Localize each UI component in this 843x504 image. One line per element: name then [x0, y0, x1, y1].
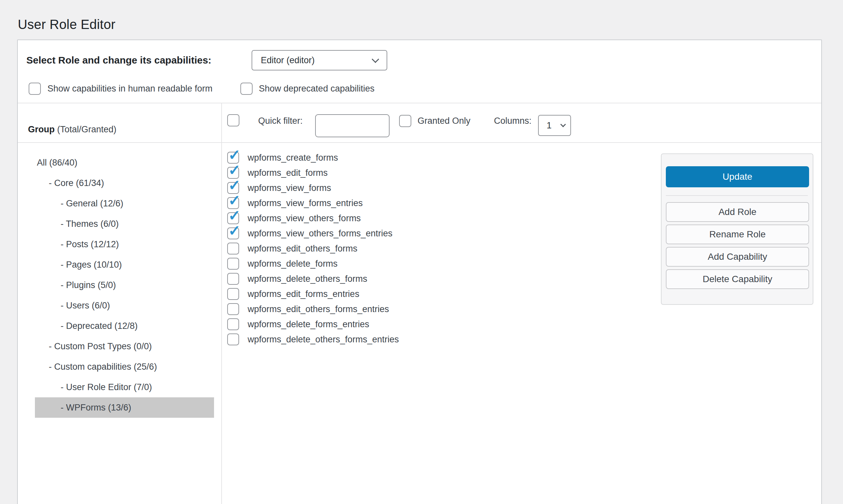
- group-item[interactable]: - Core (61/34): [18, 173, 221, 193]
- group-item[interactable]: - Users (6/0): [18, 295, 221, 316]
- capability-label: wpforms_view_forms_entries: [248, 198, 363, 209]
- page-title: User Role Editor: [18, 17, 115, 32]
- group-header: Group (Total/Granted): [28, 123, 116, 136]
- capability-row: wpforms_delete_forms: [227, 256, 399, 271]
- quick-filter-input[interactable]: [315, 114, 390, 137]
- columns-label: Columns:: [494, 115, 532, 127]
- group-item-label: - Users (6/0): [60, 301, 110, 311]
- group-header-rest: (Total/Granted): [55, 124, 116, 134]
- columns-select[interactable]: 1: [538, 115, 571, 136]
- deprecated-checkbox[interactable]: [240, 83, 253, 95]
- capability-label: wpforms_delete_others_forms: [248, 274, 367, 284]
- capability-row: wpforms_edit_others_forms: [227, 241, 399, 256]
- capability-label: wpforms_view_forms: [248, 183, 331, 193]
- group-item-label: - User Role Editor (7/0): [60, 382, 152, 392]
- group-item[interactable]: - Deprecated (12/8): [18, 316, 221, 336]
- capability-label: wpforms_delete_forms: [248, 259, 338, 269]
- capability-checkbox[interactable]: [227, 303, 239, 315]
- capability-label: wpforms_create_forms: [248, 153, 338, 163]
- divider: [666, 195, 808, 196]
- group-item[interactable]: - Custom Post Types (0/0): [18, 336, 221, 357]
- capability-row: wpforms_edit_others_forms_entries: [227, 302, 399, 317]
- divider: [18, 103, 821, 103]
- capability-label: wpforms_delete_forms_entries: [248, 319, 369, 329]
- capability-label: wpforms_edit_others_forms: [248, 244, 357, 254]
- group-item-label: - General (12/6): [60, 198, 124, 209]
- divider: [18, 142, 821, 143]
- group-item-label: - Plugins (5/0): [60, 280, 116, 290]
- group-item[interactable]: - WPForms (13/6): [18, 397, 221, 418]
- capability-row: wpforms_delete_others_forms: [227, 271, 399, 286]
- granted-only-checkbox[interactable]: [399, 115, 411, 127]
- capability-row: wpforms_view_others_forms: [227, 211, 399, 226]
- group-item-label: - Core (61/34): [49, 178, 104, 188]
- capability-row: wpforms_delete_others_forms_entries: [227, 332, 399, 347]
- capability-row: wpforms_create_forms: [227, 150, 399, 165]
- capability-row: wpforms_edit_forms: [227, 165, 399, 180]
- capability-checkbox[interactable]: [227, 334, 239, 345]
- group-item[interactable]: - Posts (12/12): [18, 234, 221, 254]
- capability-label: wpforms_edit_forms: [248, 168, 328, 178]
- capability-row: wpforms_view_forms: [227, 180, 399, 196]
- group-item-label: - Deprecated (12/8): [60, 321, 138, 331]
- chevron-down-icon: [560, 122, 566, 127]
- human-readable-checkbox[interactable]: [29, 83, 41, 95]
- rename-role-button[interactable]: Rename Role: [666, 224, 809, 244]
- quick-filter-label: Quick filter:: [258, 115, 303, 127]
- capability-checkbox[interactable]: [227, 318, 239, 330]
- role-select[interactable]: Editor (editor): [252, 50, 387, 70]
- group-item-label: All (86/40): [37, 158, 77, 168]
- group-header-bold: Group: [28, 124, 55, 134]
- update-button[interactable]: Update: [666, 166, 809, 187]
- role-select-value: Editor (editor): [261, 55, 315, 66]
- capability-checkbox[interactable]: [227, 288, 239, 300]
- group-item[interactable]: - Themes (6/0): [18, 214, 221, 234]
- add-capability-button[interactable]: Add Capability: [666, 247, 809, 267]
- group-list: All (86/40)- Core (61/34)- General (12/6…: [18, 152, 221, 418]
- group-item[interactable]: All (86/40): [18, 152, 221, 173]
- capability-checkbox[interactable]: [227, 273, 239, 285]
- delete-capability-button[interactable]: Delete Capability: [666, 269, 809, 289]
- human-readable-label: Show capabilities in human readable form: [48, 83, 212, 95]
- main-panel: Select Role and change its capabilities:…: [17, 39, 822, 504]
- capability-checkbox[interactable]: [227, 242, 239, 254]
- capability-checkbox[interactable]: [227, 228, 239, 239]
- capability-label: wpforms_view_others_forms_entries: [248, 229, 393, 239]
- quick-filter-checkbox[interactable]: [227, 114, 239, 126]
- group-item[interactable]: - Custom capabilities (25/6): [18, 357, 221, 377]
- capability-row: wpforms_view_others_forms_entries: [227, 226, 399, 241]
- capability-row: wpforms_delete_forms_entries: [227, 317, 399, 332]
- capability-label: wpforms_edit_forms_entries: [248, 289, 359, 299]
- group-item[interactable]: - User Role Editor (7/0): [18, 377, 221, 397]
- group-item-label: - Custom capabilities (25/6): [49, 362, 157, 372]
- capability-checkbox[interactable]: [227, 258, 239, 270]
- group-item-label: - Pages (10/10): [60, 260, 122, 270]
- vertical-divider: [221, 103, 222, 504]
- group-item-label: - Custom Post Types (0/0): [49, 341, 152, 352]
- capability-row: wpforms_view_forms_entries: [227, 196, 399, 211]
- capability-label: wpforms_view_others_forms: [248, 213, 361, 223]
- group-item-label: - Posts (12/12): [60, 239, 119, 250]
- select-role-label: Select Role and change its capabilities:: [26, 50, 211, 70]
- add-role-button[interactable]: Add Role: [666, 202, 809, 222]
- chevron-down-icon: [372, 55, 379, 63]
- group-item-label: - Themes (6/0): [60, 219, 119, 229]
- group-item[interactable]: - General (12/6): [18, 193, 221, 214]
- columns-select-value: 1: [546, 121, 552, 131]
- capability-list: wpforms_create_formswpforms_edit_formswp…: [227, 150, 399, 347]
- capability-label: wpforms_delete_others_forms_entries: [248, 335, 399, 345]
- group-item[interactable]: - Plugins (5/0): [18, 275, 221, 295]
- capability-label: wpforms_edit_others_forms_entries: [248, 304, 389, 314]
- user-role-editor-page: User Role Editor Select Role and change …: [0, 0, 843, 504]
- deprecated-label: Show deprecated capabilities: [259, 83, 374, 95]
- actions-panel: Update Add Role Rename Role Add Capabili…: [661, 154, 813, 305]
- granted-only-label: Granted Only: [417, 115, 470, 127]
- group-item-label: - WPForms (13/6): [60, 402, 131, 413]
- capability-row: wpforms_edit_forms_entries: [227, 286, 399, 302]
- group-item[interactable]: - Pages (10/10): [18, 254, 221, 275]
